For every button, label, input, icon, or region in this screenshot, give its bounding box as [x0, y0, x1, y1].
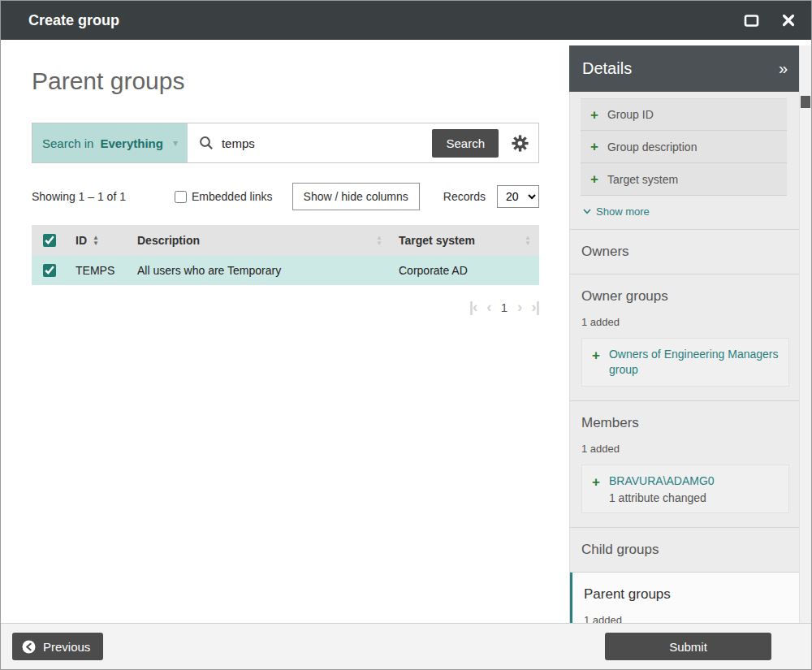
chevron-down-icon	[583, 209, 591, 214]
member-link[interactable]: BRAVURA\ADAMG0	[609, 474, 715, 487]
search-button[interactable]: Search	[432, 129, 499, 158]
section-owners: Owners	[570, 230, 801, 274]
row-cell-id: TEMPS	[67, 264, 129, 277]
chevron-down-icon: ▾	[173, 137, 178, 149]
section-title: Owner groups	[581, 288, 789, 305]
row-cell-target-system: Corporate AD	[391, 264, 539, 277]
embedded-links-toggle[interactable]: Embedded links	[175, 190, 273, 203]
sort-icon[interactable]: ▲▼	[93, 235, 99, 246]
header-cell-select	[32, 234, 67, 247]
window-title: Create group	[28, 12, 119, 29]
member-item: + BRAVURA\ADAMG0 1 attribute changed	[581, 465, 789, 513]
section-members: Members 1 added + BRAVURA\ADAMG0 1 attri…	[570, 401, 801, 528]
add-target-system[interactable]: + Target system	[581, 163, 787, 196]
plus-icon: +	[592, 475, 600, 489]
last-page-icon[interactable]: ›|	[531, 298, 539, 316]
search-bar: Search in Everything ▾ Search	[32, 123, 539, 163]
section-title: Parent groups	[584, 586, 789, 603]
titlebar: Create group	[1, 1, 811, 40]
attribute-list: + Group ID + Group description + Target …	[570, 92, 801, 196]
window-controls	[744, 14, 795, 28]
row-checkbox[interactable]	[43, 264, 56, 277]
header-cell-target-system: Target system ▲▼	[391, 234, 539, 247]
added-count: 1 added	[584, 614, 789, 623]
add-group-id[interactable]: + Group ID	[581, 98, 787, 131]
added-count: 1 added	[581, 443, 789, 455]
plus-icon: +	[590, 172, 598, 186]
owner-group-item: + Owners of Engineering Managers group	[581, 338, 789, 387]
maximize-icon[interactable]	[744, 14, 759, 28]
close-icon[interactable]	[782, 14, 795, 27]
previous-page-icon[interactable]: ‹	[486, 298, 490, 316]
gear-icon[interactable]	[512, 135, 529, 152]
row-cell-select	[32, 264, 67, 277]
submit-button[interactable]: Submit	[605, 633, 771, 660]
search-input[interactable]	[214, 136, 433, 150]
details-panel: + Group ID + Group description + Target …	[569, 92, 801, 623]
show-more-link[interactable]: Show more	[570, 196, 801, 230]
section-child-groups: Child groups	[570, 528, 801, 573]
scrollbar-thumb[interactable]	[801, 96, 810, 108]
search-icon	[199, 136, 214, 150]
attribute-label: Group ID	[607, 108, 654, 121]
table-row[interactable]: TEMPS All users who are Temporary Corpor…	[32, 256, 539, 285]
footer-bar: Previous Submit	[1, 623, 811, 669]
added-count: 1 added	[581, 316, 789, 328]
plus-icon: +	[592, 348, 600, 362]
search-scope-select[interactable]: Search in Everything ▾	[32, 123, 188, 162]
header-cell-id: ID ▲▼	[67, 234, 129, 247]
results-table: ID ▲▼ Description ▲▼ Target system ▲▼	[32, 225, 539, 285]
current-page: 1	[501, 300, 508, 314]
embedded-links-label: Embedded links	[192, 190, 273, 203]
sort-icon[interactable]: ▲▼	[525, 235, 531, 246]
table-header-row: ID ▲▼ Description ▲▼ Target system ▲▼	[32, 225, 539, 256]
records-select[interactable]: 20	[497, 185, 539, 208]
page-title: Parent groups	[32, 67, 569, 95]
first-page-icon[interactable]: |‹	[469, 298, 477, 316]
section-owner-groups: Owner groups 1 added + Owners of Enginee…	[570, 274, 801, 401]
arrow-left-icon	[22, 640, 36, 654]
attribute-label: Group description	[607, 140, 698, 153]
plus-icon: +	[590, 140, 598, 153]
collapse-panel-icon[interactable]: »	[779, 59, 788, 78]
results-toolbar: Showing 1 – 1 of 1 Embedded links Show /…	[32, 183, 539, 210]
plus-icon: +	[590, 108, 598, 122]
section-title: Owners	[581, 244, 789, 260]
search-scope-prefix: Search in	[42, 136, 93, 150]
header-cell-description: Description ▲▼	[129, 234, 391, 247]
member-note: 1 attribute changed	[609, 491, 715, 504]
add-group-description[interactable]: + Group description	[581, 131, 787, 163]
sort-icon[interactable]: ▲▼	[376, 235, 382, 246]
section-title: Members	[581, 415, 789, 431]
results-count: Showing 1 – 1 of 1	[32, 190, 126, 203]
row-cell-description: All users who are Temporary	[129, 264, 391, 277]
next-page-icon[interactable]: ›	[517, 298, 521, 316]
embedded-links-checkbox[interactable]	[175, 191, 187, 203]
owner-group-link[interactable]: Owners of Engineering Managers group	[609, 347, 779, 378]
records-group: Records 20	[443, 185, 539, 208]
details-header: Details »	[569, 45, 801, 92]
pagination: |‹ ‹ 1 › ›|	[32, 298, 539, 316]
search-scope-value: Everything	[100, 136, 163, 150]
show-hide-columns-button[interactable]: Show / hide columns	[292, 183, 420, 210]
details-scrollbar[interactable]	[799, 45, 811, 623]
select-all-checkbox[interactable]	[43, 234, 56, 247]
main-panel: Parent groups Search in Everything ▾ Sea…	[1, 40, 569, 623]
details-title: Details	[582, 59, 632, 78]
previous-button[interactable]: Previous	[12, 633, 103, 660]
records-label: Records	[443, 190, 486, 203]
section-title: Child groups	[581, 542, 789, 558]
section-parent-groups: Parent groups 1 added	[570, 573, 801, 623]
attribute-label: Target system	[607, 173, 678, 186]
